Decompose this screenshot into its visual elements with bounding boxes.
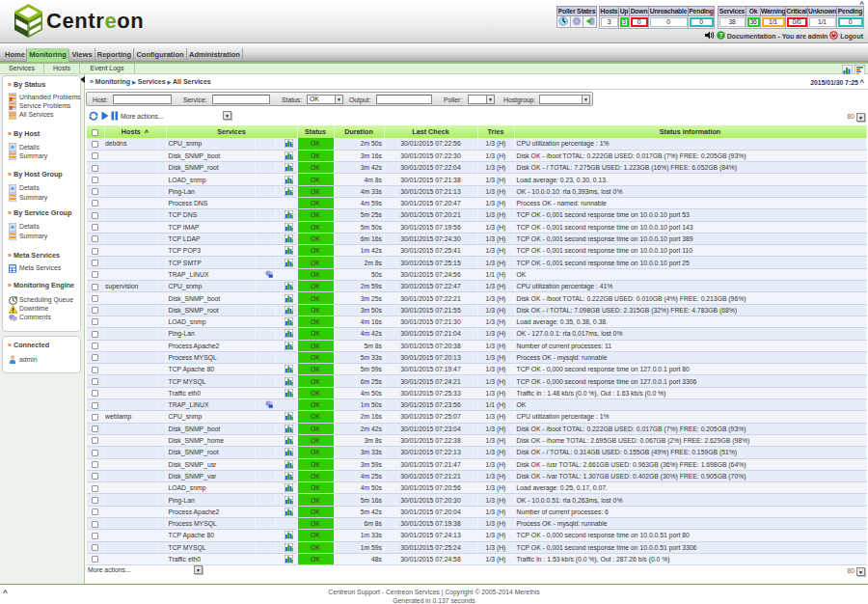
svg-text:?: ?: [719, 32, 722, 39]
svg-text:x: x: [10, 104, 14, 110]
